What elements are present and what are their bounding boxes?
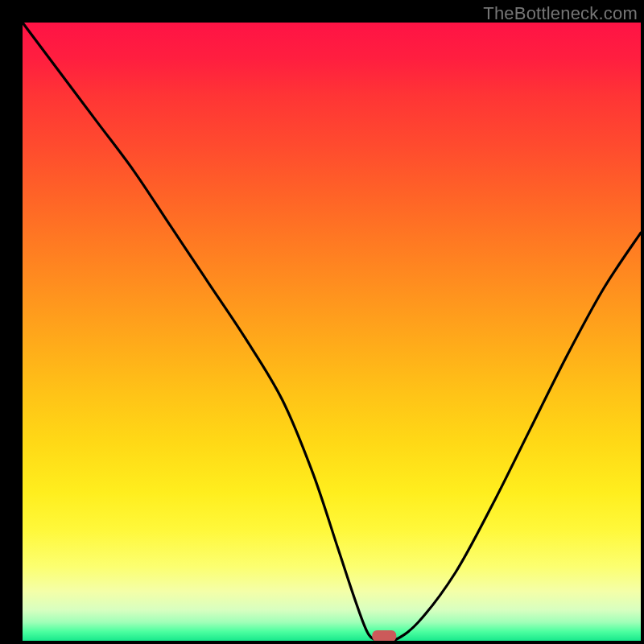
plot-area	[23, 23, 641, 641]
optimal-marker	[372, 630, 396, 641]
curve-svg	[23, 23, 641, 641]
chart-frame: TheBottleneck.com	[0, 0, 644, 644]
bottleneck-curve	[23, 23, 641, 641]
watermark-text: TheBottleneck.com	[483, 3, 638, 24]
